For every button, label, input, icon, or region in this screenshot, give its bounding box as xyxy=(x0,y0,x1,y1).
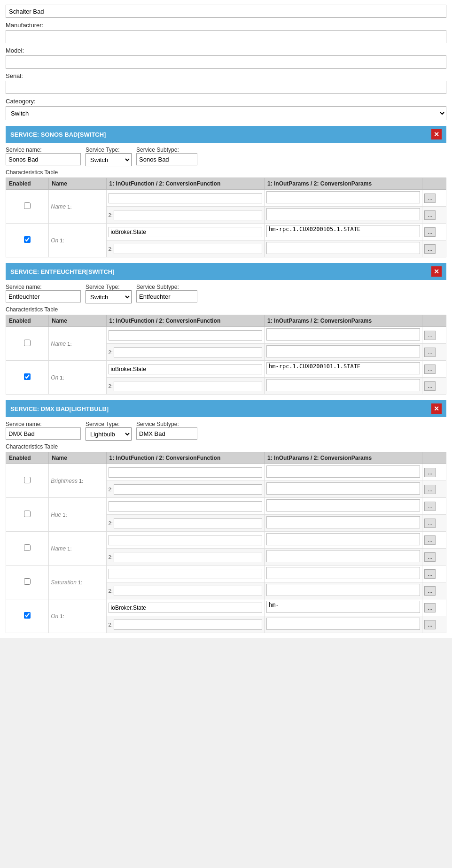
service-name-input-0[interactable] xyxy=(6,153,81,165)
params2-cell-2-1 xyxy=(265,515,422,532)
service-subtype-input-0[interactable] xyxy=(136,153,197,165)
params2-textarea-0-0[interactable] xyxy=(266,208,420,220)
enabled-checkbox-2-4[interactable] xyxy=(24,612,31,619)
enabled-checkbox-1-1[interactable] xyxy=(24,373,31,380)
dots2-button-1-1[interactable]: ... xyxy=(424,381,436,391)
serial-input[interactable] xyxy=(6,81,446,94)
func1-input-1-1[interactable] xyxy=(109,364,262,374)
service-close-button-0[interactable]: ✕ xyxy=(431,129,442,140)
row-num1-2-0: 1: xyxy=(78,478,83,484)
dots2-button-2-0[interactable]: ... xyxy=(424,485,436,494)
params2-textarea-1-0[interactable] xyxy=(266,345,420,357)
service-subtype-input-2[interactable] xyxy=(136,427,197,440)
params1-textarea-1-0[interactable] xyxy=(266,328,420,341)
func2-input-2-2[interactable] xyxy=(114,552,262,562)
params2-textarea-2-2[interactable] xyxy=(266,550,420,562)
service-subtype-label-0: Service Subtype: xyxy=(136,147,197,153)
params2-textarea-2-3[interactable] xyxy=(266,584,420,596)
func2-cell-1-0: 2: xyxy=(106,344,264,361)
service-type-group-0: Service Type:SwitchLightbulbFanOutletLoc… xyxy=(86,147,132,166)
params1-textarea-2-4[interactable] xyxy=(266,601,420,613)
func1-input-2-0[interactable] xyxy=(109,467,262,478)
params1-textarea-0-0[interactable] xyxy=(266,191,420,203)
dots1-button-2-1[interactable]: ... xyxy=(424,502,436,511)
manufacturer-input[interactable] xyxy=(6,30,446,43)
service-close-button-1[interactable]: ✕ xyxy=(431,266,442,277)
enabled-checkbox-0-1[interactable] xyxy=(24,236,31,243)
params1-textarea-2-2[interactable] xyxy=(266,533,420,545)
params1-textarea-1-1[interactable] xyxy=(266,362,420,374)
service-type-select-0[interactable]: SwitchLightbulbFanOutletLockThermostat xyxy=(86,153,132,166)
params1-cell-2-4 xyxy=(265,599,422,616)
dots1-button-2-4[interactable]: ... xyxy=(424,603,436,612)
params1-textarea-2-1[interactable] xyxy=(266,499,420,512)
dots1-button-0-1[interactable]: ... xyxy=(424,227,436,237)
service-type-select-1[interactable]: SwitchLightbulbFanOutletLockThermostat xyxy=(86,290,132,303)
model-input[interactable] xyxy=(6,55,446,69)
row-num1-0-1: 1: xyxy=(58,238,64,243)
func2-input-0-1[interactable] xyxy=(114,244,262,254)
func1-input-2-4[interactable] xyxy=(109,603,262,613)
params2-textarea-2-0[interactable] xyxy=(266,482,420,495)
dots1-button-1-0[interactable]: ... xyxy=(424,331,436,340)
params1-textarea-0-1[interactable] xyxy=(266,225,420,237)
table-row-2-0-1: Brightness 1:... xyxy=(6,464,446,481)
func2-input-2-0[interactable] xyxy=(114,484,262,495)
func2-input-2-1[interactable] xyxy=(114,518,262,528)
dots2-button-0-0[interactable]: ... xyxy=(424,210,436,220)
dots2-button-2-4[interactable]: ... xyxy=(424,620,436,629)
device-name-input[interactable] xyxy=(6,5,446,18)
service-subtype-input-1[interactable] xyxy=(136,290,197,302)
dots2-button-1-0[interactable]: ... xyxy=(424,348,436,357)
service-type-select-2[interactable]: SwitchLightbulbFanOutletLockThermostat xyxy=(86,427,132,441)
func2-input-1-1[interactable] xyxy=(114,381,262,391)
func1-input-0-0[interactable] xyxy=(109,193,262,203)
enabled-checkbox-0-0[interactable] xyxy=(24,202,31,209)
params2-textarea-2-1[interactable] xyxy=(266,516,420,528)
params2-textarea-1-1[interactable] xyxy=(266,379,420,391)
service-name-input-2[interactable] xyxy=(6,427,81,440)
name-cell-0-0: Name 1: xyxy=(49,190,106,224)
params1-cell-2-1 xyxy=(265,498,422,515)
func2-input-2-3[interactable] xyxy=(114,586,262,596)
func1-input-2-1[interactable] xyxy=(109,501,262,512)
func1-input-2-3[interactable] xyxy=(109,569,262,579)
dots1-button-0-0[interactable]: ... xyxy=(424,194,436,203)
dots1-button-2-0[interactable]: ... xyxy=(424,468,436,477)
dots2-button-2-1[interactable]: ... xyxy=(424,519,436,528)
dots1-button-1-1[interactable]: ... xyxy=(424,364,436,374)
params1-textarea-2-3[interactable] xyxy=(266,567,420,579)
dots2-button-2-3[interactable]: ... xyxy=(424,586,436,596)
service-close-button-2[interactable]: ✕ xyxy=(431,403,442,414)
name-cell-0-1: On 1: xyxy=(49,224,106,257)
func1-input-1-0[interactable] xyxy=(109,330,262,341)
params1-cell-2-3 xyxy=(265,566,422,582)
func1-cell-1-0 xyxy=(106,327,264,344)
enabled-checkbox-2-0[interactable] xyxy=(24,477,31,483)
table-row-2-1-1: Hue 1:... xyxy=(6,498,446,515)
dots2-button-2-2[interactable]: ... xyxy=(424,552,436,562)
dots1-button-2-2[interactable]: ... xyxy=(424,535,436,545)
service-header-title-0: SERVICE: SONOS BAD[SWITCH] xyxy=(10,131,106,138)
params1-textarea-2-0[interactable] xyxy=(266,465,420,478)
params2-textarea-2-4[interactable] xyxy=(266,618,420,630)
enabled-checkbox-1-0[interactable] xyxy=(24,340,31,346)
params2-textarea-0-1[interactable] xyxy=(266,242,420,254)
func1-input-0-1[interactable] xyxy=(109,227,262,237)
dots1-cell-2-2: ... xyxy=(422,532,446,549)
enabled-checkbox-2-1[interactable] xyxy=(24,511,31,517)
dots2-cell-2-4: ... xyxy=(422,616,446,633)
dots2-button-0-1[interactable]: ... xyxy=(424,244,436,254)
func1-input-2-2[interactable] xyxy=(109,535,262,545)
func2-input-1-0[interactable] xyxy=(114,347,262,357)
service-subtype-group-2: Service Subtype: xyxy=(136,421,197,440)
func2-input-2-4[interactable] xyxy=(114,620,262,630)
service-name-input-1[interactable] xyxy=(6,290,81,302)
category-select[interactable]: SwitchLightbulbFanOutletLockThermostatSe… xyxy=(6,106,446,120)
enabled-checkbox-2-3[interactable] xyxy=(24,578,31,585)
service-fields-0: Service name:Service Type:SwitchLightbul… xyxy=(6,147,446,166)
func2-input-0-0[interactable] xyxy=(114,210,262,220)
enabled-checkbox-2-2[interactable] xyxy=(24,544,31,551)
dots1-button-2-3[interactable]: ... xyxy=(424,569,436,579)
enabled-cell-2-1 xyxy=(6,498,49,532)
